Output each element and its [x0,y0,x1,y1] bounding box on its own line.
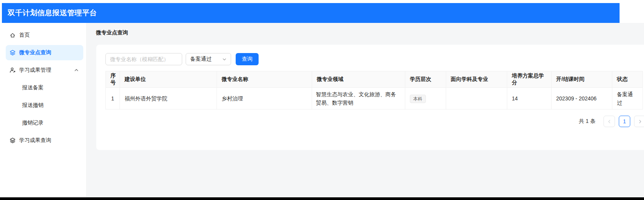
filter-bar: 备案通过 查询 [105,53,259,65]
app-header: 双千计划信息报送管理平台 [2,3,620,23]
col-field: 微专业领域 [312,71,405,88]
micro-major-name-input[interactable] [105,53,182,65]
cell-field: 智慧生态与农业、文化旅游、商务贸易、数字营销 [312,88,405,110]
pagination-total: 共 1 条 [579,118,595,125]
col-level: 学历层次 [405,71,446,88]
table-header-row: 序号 建设单位 微专业名称 微专业领域 学历层次 面向学科及专业 培养方案总学分… [106,71,643,88]
page-title: 微专业点查询 [96,29,128,36]
sidebar-item-learning-results-mgmt[interactable]: 学习成果管理 [6,63,83,78]
cell-name: 乡村治理 [217,88,312,110]
cell-org: 福州外语外贸学院 [120,88,217,110]
sidebar-item-report-revoke[interactable]: 报送撤销 [6,98,83,113]
sidebar-item-label: 首页 [19,32,30,39]
pagination-prev-button[interactable] [604,116,615,127]
pagination: 共 1 条 1 [579,116,644,127]
chevron-down-icon [222,57,227,61]
layers-icon [10,137,16,144]
layers-icon [10,50,16,56]
status-select-value: 备案通过 [190,56,212,63]
sidebar-item-label: 学习成果查询 [19,137,51,144]
sidebar-item-home[interactable]: 首页 [6,27,83,43]
col-time: 开/结课时间 [552,71,612,88]
sidebar: 首页 微专业点查询 学习成果管理 报送备案 报送撤销 撤销记录 学习成果查询 [2,23,87,197]
sidebar-item-label: 报送撤销 [22,102,44,109]
table-row: 1 福州外语外贸学院 乡村治理 智慧生态与农业、文化旅游、商务贸易、数字营销 本… [106,88,643,110]
sidebar-item-label: 微专业点查询 [19,49,51,56]
pagination-next-button[interactable] [634,116,644,127]
sidebar-item-report-filing[interactable]: 报送备案 [6,80,83,95]
col-credits: 培养方案总学分 [507,71,552,88]
status-select[interactable]: 备案通过 [186,53,231,65]
bottom-bar [0,197,644,200]
col-status: 状态 [612,71,643,88]
level-tag: 本科 [410,95,426,103]
sidebar-item-label: 报送备案 [22,84,44,91]
results-table: 序号 建设单位 微专业名称 微专业领域 学历层次 面向学科及专业 培养方案总学分… [105,71,643,110]
col-org: 建设单位 [120,71,217,88]
search-button[interactable]: 查询 [236,53,259,65]
cell-time: 202309 - 202406 [552,88,612,110]
cell-index: 1 [106,88,120,110]
chevron-right-icon [638,119,642,124]
sidebar-item-learning-results-query[interactable]: 学习成果查询 [6,133,83,148]
cell-majors [446,88,507,110]
col-majors: 面向学科及专业 [446,71,507,88]
query-card: 备案通过 查询 序号 建设单位 微专业名称 微专业领域 学历层次 面向学科及专业… [96,45,644,150]
chevron-left-icon [607,119,612,124]
sidebar-item-revoke-records[interactable]: 撤销记录 [6,115,83,131]
cell-level: 本科 [405,88,446,110]
pagination-page-1-button[interactable]: 1 [619,116,630,127]
cell-credits: 14 [507,88,552,110]
sidebar-item-micro-major-query[interactable]: 微专业点查询 [6,45,83,60]
col-name: 微专业名称 [217,71,312,88]
sidebar-item-label: 撤销记录 [22,119,44,126]
cell-status: 备案通过 [612,88,643,110]
col-index: 序号 [106,71,120,88]
chevron-up-icon [74,68,79,73]
app-title: 双千计划信息报送管理平台 [8,8,97,18]
home-icon [10,32,16,38]
sidebar-item-label: 学习成果管理 [19,67,51,74]
user-icon [10,67,16,73]
